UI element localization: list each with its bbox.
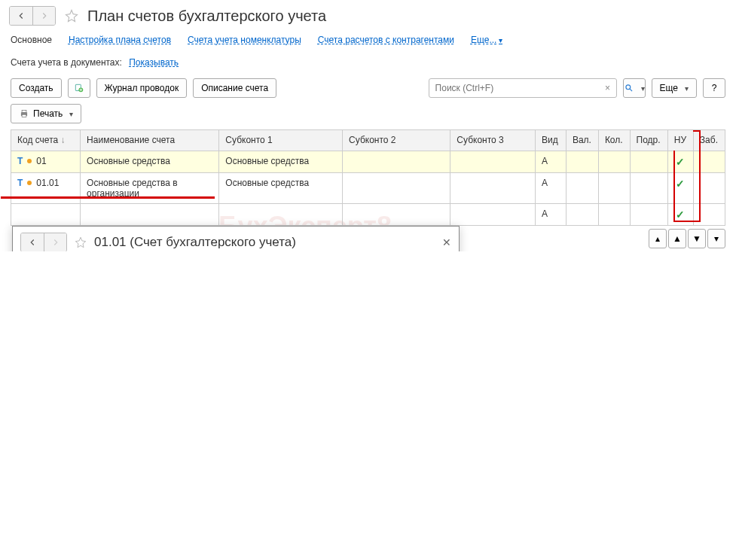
back-button[interactable] (10, 7, 32, 25)
tab-contragents[interactable]: Счета расчетов с контрагентами (318, 35, 454, 45)
description-button[interactable]: Описание счета (193, 78, 276, 98)
tab-tune[interactable]: Настройка плана счетов (69, 35, 171, 45)
col-sub1[interactable]: Субконто 1 (219, 130, 343, 151)
search-input[interactable] (429, 83, 600, 93)
more-button[interactable]: Еще (652, 78, 697, 98)
table-row[interactable]: Т 01 Основные средства Основные средства… (11, 151, 725, 173)
col-name[interactable]: Наименование счета (81, 130, 219, 151)
print-button[interactable]: Печать (11, 104, 81, 123)
filter-label: Счета учета в документах: (11, 57, 122, 68)
page-title: План счетов бухгалтерского учета (87, 8, 326, 25)
favorite-icon[interactable] (65, 9, 78, 23)
col-code[interactable]: Код счета (17, 135, 58, 145)
account-icon: Т (17, 178, 23, 188)
filter-value[interactable]: Показывать (129, 57, 179, 68)
col-sub3[interactable]: Субконто 3 (450, 130, 536, 151)
accounts-table: Код счета ↓ Наименование счета Субконто … (11, 129, 725, 226)
account-dialog: 01.01 (Счет бухгалтерского учета) ✕ Запи… (12, 226, 460, 251)
page-down-button[interactable]: ▼ (688, 229, 706, 248)
account-icon: Т (17, 156, 23, 166)
create-button[interactable]: Создать (11, 78, 62, 98)
dlg-close-button[interactable]: ✕ (442, 236, 451, 248)
search-clear-icon[interactable]: × (600, 83, 616, 93)
dlg-title: 01.01 (Счет бухгалтерского учета) (94, 235, 296, 250)
table-row[interactable]: А ✓ (11, 204, 725, 226)
col-sub2[interactable]: Субконто 2 (343, 130, 450, 151)
col-podr[interactable]: Подр. (630, 130, 667, 151)
svg-rect-4 (22, 110, 26, 112)
search-options-button[interactable] (623, 78, 646, 98)
group-dot-icon (27, 181, 32, 185)
dlg-favorite-icon[interactable] (75, 236, 87, 248)
page-first-button[interactable]: ▴ (649, 229, 667, 248)
search-box[interactable]: × (429, 78, 617, 98)
col-nu[interactable]: НУ (667, 130, 693, 151)
page-last-button[interactable]: ▾ (707, 229, 725, 248)
journal-button[interactable]: Журнал проводок (96, 78, 188, 98)
sort-asc-icon: ↓ (61, 135, 66, 145)
tab-main[interactable]: Основное (11, 35, 52, 45)
col-kol[interactable]: Кол. (598, 130, 630, 151)
group-dot-icon (27, 159, 32, 163)
tab-more[interactable]: Еще... ▾ (471, 35, 502, 45)
col-kind[interactable]: Вид (535, 130, 566, 151)
create-group-button[interactable] (68, 78, 90, 98)
forward-button[interactable] (32, 7, 55, 25)
dlg-forward-button[interactable] (44, 233, 66, 251)
page-up-button[interactable]: ▲ (668, 229, 686, 248)
svg-point-2 (625, 85, 630, 90)
dlg-back-button[interactable] (21, 233, 44, 251)
tab-nomenclature[interactable]: Счета учета номенклатуры (188, 35, 301, 45)
highlight-row-underline (1, 196, 215, 199)
help-button[interactable]: ? (703, 78, 725, 98)
table-row[interactable]: Т 01.01 Основные средства в организации … (11, 173, 725, 204)
col-val[interactable]: Вал. (566, 130, 598, 151)
svg-rect-5 (22, 114, 26, 117)
